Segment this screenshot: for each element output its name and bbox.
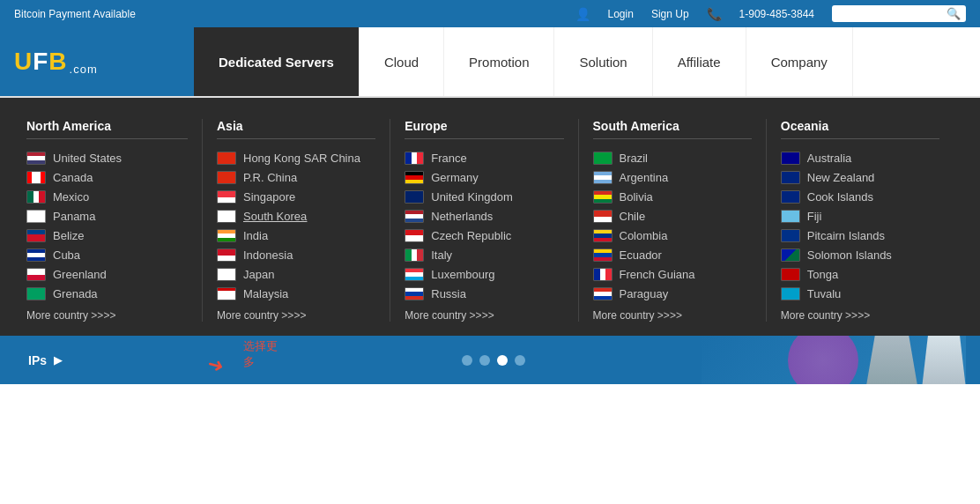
arrow-right-icon: ▶: [54, 354, 62, 367]
country-name: Pitcairn Islands: [807, 229, 885, 242]
country-item[interactable]: Germany: [405, 171, 563, 184]
country-item[interactable]: United Kingdom: [405, 190, 563, 204]
search-input[interactable]: [837, 8, 943, 20]
country-item[interactable]: French Guiana: [593, 268, 752, 281]
flag-br: [593, 152, 612, 165]
country-name: Australia: [807, 152, 852, 165]
flag-kr: [217, 210, 236, 223]
flag-us: [26, 152, 46, 165]
flag-sb: [781, 248, 800, 262]
menu-col-south-america: South AmericaBrazilArgentinaBoliviaChile…: [579, 119, 767, 322]
flag-gf: [593, 268, 612, 281]
country-item[interactable]: Belize: [26, 229, 188, 242]
nav-affiliate[interactable]: Affiliate: [653, 27, 746, 96]
country-item[interactable]: Singapore: [217, 190, 375, 204]
country-item[interactable]: Brazil: [593, 152, 752, 165]
flag-de: [405, 171, 424, 184]
country-item[interactable]: Italy: [405, 248, 563, 262]
bitcoin-label: Bitcoin Payment Available: [14, 8, 136, 20]
nav-cloud[interactable]: Cloud: [360, 27, 444, 96]
country-item[interactable]: Czech Republic: [405, 229, 563, 242]
country-item[interactable]: Tuvalu: [781, 287, 939, 300]
ips-nav-item[interactable]: IPs ▶: [14, 353, 76, 367]
nav-company[interactable]: Company: [746, 27, 853, 96]
carousel-dot-3[interactable]: [515, 355, 525, 366]
menu-col-north-america: North AmericaUnited StatesCanadaMexicoPa…: [26, 119, 203, 322]
banner-right: [702, 336, 966, 384]
flag-jp: [217, 268, 236, 281]
carousel-dot-1[interactable]: [479, 355, 490, 366]
country-name: Cuba: [53, 248, 80, 262]
country-item[interactable]: Pitcairn Islands: [781, 229, 939, 242]
country-item[interactable]: New Zealand: [781, 171, 939, 184]
more-country-link[interactable]: More country >>>>: [593, 309, 752, 322]
country-item[interactable]: South Korea: [217, 210, 375, 223]
flag-au: [781, 152, 800, 165]
menu-col-oceania: OceaniaAustraliaNew ZealandCook IslandsF…: [767, 119, 954, 322]
col-title-1: Asia: [217, 119, 375, 139]
country-item[interactable]: Ecuador: [593, 248, 752, 262]
nav-promotion[interactable]: Promotion: [444, 27, 554, 96]
country-item[interactable]: Indonesia: [217, 248, 375, 262]
flag-bo: [593, 190, 612, 204]
flag-fj: [781, 210, 800, 223]
country-item[interactable]: Chile: [593, 210, 752, 223]
col-title-2: Europe: [405, 119, 563, 139]
country-item[interactable]: France: [405, 152, 563, 165]
country-name: Indonesia: [243, 248, 293, 262]
more-country-link[interactable]: More country >>>>: [405, 309, 563, 322]
country-item[interactable]: Cuba: [26, 248, 188, 262]
country-item[interactable]: Canada: [26, 171, 188, 184]
country-item[interactable]: Cook Islands: [781, 190, 939, 204]
country-item[interactable]: P.R. China: [217, 171, 375, 184]
country-item[interactable]: Grenada: [26, 287, 188, 300]
country-name: Canada: [53, 171, 93, 184]
flag-ca: [26, 171, 46, 184]
red-arrow: ➜: [205, 352, 226, 379]
flag-nz: [781, 171, 800, 184]
phone-number: 1-909-485-3844: [739, 8, 814, 20]
more-country-link[interactable]: More country >>>>: [26, 309, 188, 322]
country-name: Tonga: [807, 268, 838, 281]
country-name: Russia: [431, 287, 466, 300]
country-item[interactable]: Fiji: [781, 210, 939, 223]
signup-link[interactable]: Sign Up: [651, 8, 689, 20]
country-name: Tuvalu: [807, 287, 842, 300]
carousel-dot-0[interactable]: [462, 355, 472, 366]
nav-dedicated-servers[interactable]: Dedicated Servers: [194, 27, 360, 96]
country-item[interactable]: Australia: [781, 152, 939, 165]
country-item[interactable]: Netherlands: [405, 210, 563, 223]
country-item[interactable]: Hong Kong SAR China: [217, 152, 375, 165]
more-country-link[interactable]: More country >>>>: [781, 309, 939, 322]
country-name: Cook Islands: [807, 190, 873, 204]
country-item[interactable]: Bolivia: [593, 190, 752, 204]
country-item[interactable]: Paraguay: [593, 287, 752, 300]
country-item[interactable]: United States: [26, 152, 188, 165]
nav-solution[interactable]: Solution: [554, 27, 652, 96]
country-item[interactable]: Luxembourg: [405, 268, 563, 281]
country-item[interactable]: Panama: [26, 210, 188, 223]
country-item[interactable]: Mexico: [26, 190, 188, 204]
country-item[interactable]: Greenland: [26, 268, 188, 281]
more-country-link[interactable]: More country >>>>: [217, 309, 375, 322]
carousel-dot-2[interactable]: [497, 355, 508, 366]
country-name: Hong Kong SAR China: [243, 152, 360, 165]
country-item[interactable]: Malaysia: [217, 287, 375, 300]
country-item[interactable]: Japan: [217, 268, 375, 281]
country-item[interactable]: Solomon Islands: [781, 248, 939, 262]
country-item[interactable]: Argentina: [593, 171, 752, 184]
flag-pa: [26, 210, 46, 223]
country-name: Singapore: [243, 190, 295, 204]
search-box: 🔍: [832, 5, 966, 22]
country-name: Netherlands: [431, 210, 493, 223]
country-item[interactable]: Colombia: [593, 229, 752, 242]
search-icon[interactable]: 🔍: [947, 7, 961, 20]
nav-area: Dedicated Servers Cloud Promotion Soluti…: [194, 27, 980, 96]
flag-id: [217, 248, 236, 262]
country-item[interactable]: Tonga: [781, 268, 939, 281]
country-item[interactable]: Russia: [405, 287, 563, 300]
country-item[interactable]: India: [217, 229, 375, 242]
login-link[interactable]: Login: [608, 8, 634, 20]
country-name: France: [431, 152, 466, 165]
country-name: Japan: [243, 268, 274, 281]
